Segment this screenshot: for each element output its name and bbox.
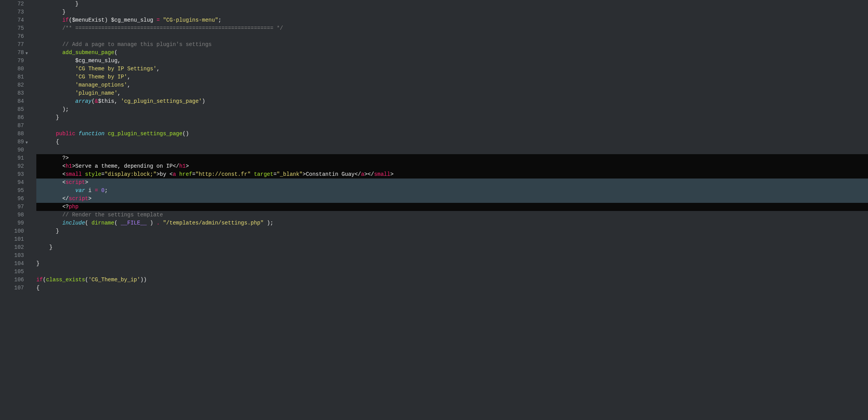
code-line[interactable]: } (36, 8, 868, 16)
code-line[interactable]: } (36, 260, 868, 268)
line-number[interactable]: 91 (0, 154, 24, 162)
line-number[interactable]: 90 (0, 146, 24, 154)
code-line[interactable] (36, 122, 868, 130)
fold-toggle-icon[interactable]: ▼ (26, 49, 28, 58)
line-number[interactable]: 73 (0, 8, 24, 16)
code-line[interactable]: // Render the settings template (36, 211, 868, 219)
code-line[interactable]: } (36, 114, 868, 122)
code-line[interactable] (36, 235, 868, 243)
line-number[interactable]: 75 (0, 24, 24, 32)
line-number[interactable]: 85 (0, 105, 24, 114)
line-number[interactable]: 81 (0, 73, 24, 81)
line-number[interactable]: 78▼ (0, 49, 24, 57)
line-number[interactable]: 77 (0, 41, 24, 49)
line-number[interactable]: 98 (0, 211, 24, 219)
line-number[interactable]: 83 (0, 89, 24, 97)
code-line[interactable]: <script> (36, 179, 868, 187)
line-number[interactable]: 74 (0, 16, 24, 24)
code-line[interactable]: { (36, 284, 868, 292)
line-number[interactable]: 72 (0, 0, 24, 8)
code-line[interactable]: add_submenu_page( (36, 49, 868, 57)
code-line[interactable]: <?php (36, 203, 868, 211)
line-number[interactable]: 89▼ (0, 138, 24, 146)
code-line[interactable] (36, 268, 868, 276)
code-line[interactable]: if($menuExist) $cg_menu_slug = "CG-plugi… (36, 16, 868, 24)
code-line[interactable]: 'CG Theme by IP', (36, 73, 868, 81)
code-line[interactable]: include( dirname( __FILE__ ) . "/templat… (36, 219, 868, 227)
code-line[interactable]: { (36, 138, 868, 146)
line-number[interactable]: 93 (0, 170, 24, 179)
code-line[interactable]: 'CG Theme by IP Settings', (36, 65, 868, 73)
code-line[interactable]: if(class_exists('CG_Theme_by_ip')) (36, 276, 868, 284)
line-number[interactable]: 103 (0, 252, 24, 260)
line-number[interactable]: 97 (0, 203, 24, 211)
line-number[interactable]: 107 (0, 284, 24, 292)
line-number[interactable]: 88 (0, 130, 24, 138)
line-number[interactable]: 79 (0, 57, 24, 65)
line-number[interactable]: 84 (0, 97, 24, 105)
line-number[interactable]: 101 (0, 235, 24, 243)
line-number[interactable]: 92 (0, 162, 24, 170)
code-line[interactable]: <small style="display:block;">by <a href… (36, 170, 868, 179)
line-number[interactable]: 100 (0, 227, 24, 235)
line-number[interactable]: 94 (0, 179, 24, 187)
code-line[interactable]: // Add a page to manage this plugin's se… (36, 41, 868, 49)
code-line[interactable]: ); (36, 105, 868, 114)
code-line[interactable]: </script> (36, 195, 868, 203)
line-number[interactable]: 104 (0, 260, 24, 268)
fold-toggle-icon[interactable]: ▼ (26, 139, 28, 147)
code-line[interactable]: ?> (36, 154, 868, 162)
line-number[interactable]: 105 (0, 268, 24, 276)
line-number[interactable]: 102 (0, 243, 24, 252)
code-area[interactable]: } } if($menuExist) $cg_menu_slug = "CG-p… (28, 0, 868, 292)
code-line[interactable] (36, 146, 868, 154)
line-number[interactable]: 86 (0, 114, 24, 122)
line-number[interactable]: 96 (0, 195, 24, 203)
line-number[interactable]: 99 (0, 219, 24, 227)
code-line[interactable]: array(&$this, 'cg_plugin_settings_page') (36, 97, 868, 105)
code-line[interactable]: /** ====================================… (36, 24, 868, 32)
code-line[interactable]: $cg_menu_slug, (36, 57, 868, 65)
code-line[interactable]: 'plugin_name', (36, 89, 868, 97)
code-line[interactable]: } (36, 0, 868, 8)
code-line[interactable] (36, 32, 868, 41)
line-number[interactable]: 95 (0, 187, 24, 195)
code-line[interactable]: } (36, 243, 868, 252)
code-line[interactable]: var i = 0; (36, 187, 868, 195)
code-line[interactable] (36, 252, 868, 260)
code-line[interactable]: 'manage_options', (36, 81, 868, 89)
line-number[interactable]: 106 (0, 276, 24, 284)
code-line[interactable]: <h1>Serve a theme, depending on IP</h1> (36, 162, 868, 170)
line-number[interactable]: 80 (0, 65, 24, 73)
line-number-gutter[interactable]: 72737475767778▼7980818283848586878889▼90… (0, 0, 28, 292)
line-number[interactable]: 87 (0, 122, 24, 130)
code-line[interactable]: } (36, 227, 868, 235)
code-line[interactable]: public function cg_plugin_settings_page(… (36, 130, 868, 138)
line-number[interactable]: 76 (0, 32, 24, 41)
line-number[interactable]: 82 (0, 81, 24, 89)
code-editor[interactable]: 72737475767778▼7980818283848586878889▼90… (0, 0, 868, 292)
